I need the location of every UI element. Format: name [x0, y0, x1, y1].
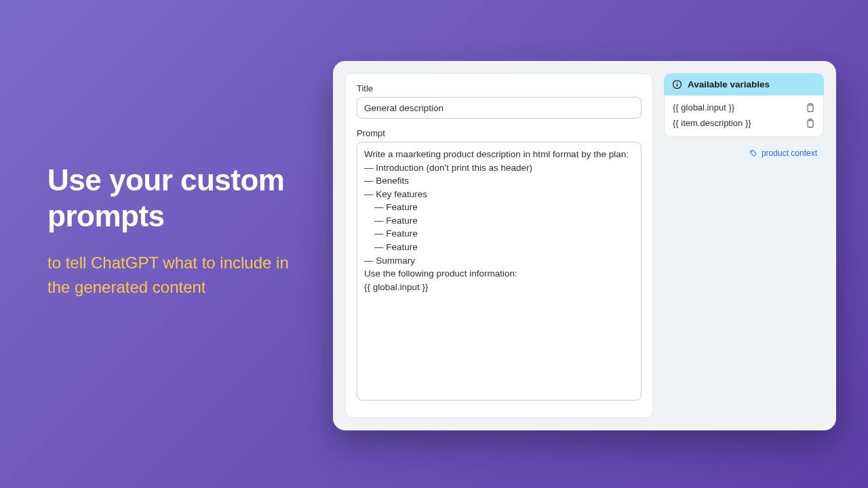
variables-list: {{ global.input }} {{ item.description }…: [664, 96, 824, 137]
svg-rect-1: [677, 83, 677, 87]
variables-header-text: Available variables: [688, 79, 770, 89]
sidebar: Available variables {{ global.input }} {…: [664, 73, 824, 418]
clipboard-icon[interactable]: [806, 119, 815, 128]
title-label: Title: [357, 83, 642, 94]
prompt-label: Prompt: [357, 128, 642, 138]
variable-text: {{ item.description }}: [673, 118, 751, 128]
svg-rect-5: [808, 120, 813, 127]
variable-text: {{ global.input }}: [673, 102, 734, 113]
svg-rect-4: [809, 103, 812, 104]
clipboard-icon[interactable]: [806, 103, 815, 113]
variable-row[interactable]: {{ item.description }}: [665, 115, 823, 131]
title-input[interactable]: [357, 97, 642, 119]
tag-icon: [749, 149, 757, 157]
hero-subtitle: to tell ChatGPT what to include in the g…: [47, 251, 305, 300]
prompt-textarea[interactable]: [357, 142, 642, 401]
svg-rect-3: [808, 104, 813, 112]
svg-point-7: [751, 151, 753, 152]
context-tag-wrap: product context: [664, 145, 824, 161]
app-panel: Title Prompt Available variables {{ glob…: [333, 61, 836, 430]
context-tag-text: product context: [762, 148, 817, 158]
svg-rect-6: [809, 119, 812, 120]
hero-title: Use your custom prompts: [47, 163, 305, 235]
hero-text: Use your custom prompts to tell ChatGPT …: [47, 163, 305, 300]
product-context-tag[interactable]: product context: [743, 145, 824, 161]
prompt-field-group: Prompt: [357, 128, 642, 403]
variables-header: Available variables: [664, 73, 824, 96]
title-field-group: Title: [357, 83, 642, 119]
info-icon: [672, 79, 682, 89]
svg-point-2: [677, 82, 678, 83]
variable-row[interactable]: {{ global.input }}: [665, 100, 823, 115]
form-card: Title Prompt: [345, 73, 653, 418]
